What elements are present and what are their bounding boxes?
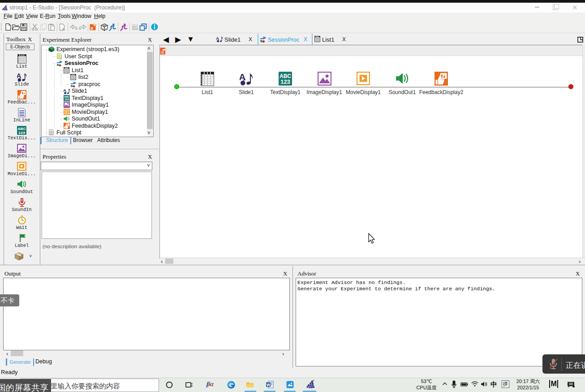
svg-text:W: W bbox=[267, 383, 271, 387]
svg-text:ABC: ABC bbox=[64, 95, 69, 98]
svg-text:123: 123 bbox=[280, 79, 290, 85]
svg-text:ABC: ABC bbox=[280, 73, 291, 79]
svg-text:123: 123 bbox=[65, 98, 69, 101]
svg-text:A: A bbox=[64, 88, 66, 93]
svg-text:A: A bbox=[240, 72, 245, 82]
svg-text:123: 123 bbox=[18, 131, 26, 135]
svg-text:ABC: ABC bbox=[17, 127, 26, 131]
svg-text:A: A bbox=[216, 36, 219, 41]
svg-text:x: x bbox=[62, 26, 65, 31]
